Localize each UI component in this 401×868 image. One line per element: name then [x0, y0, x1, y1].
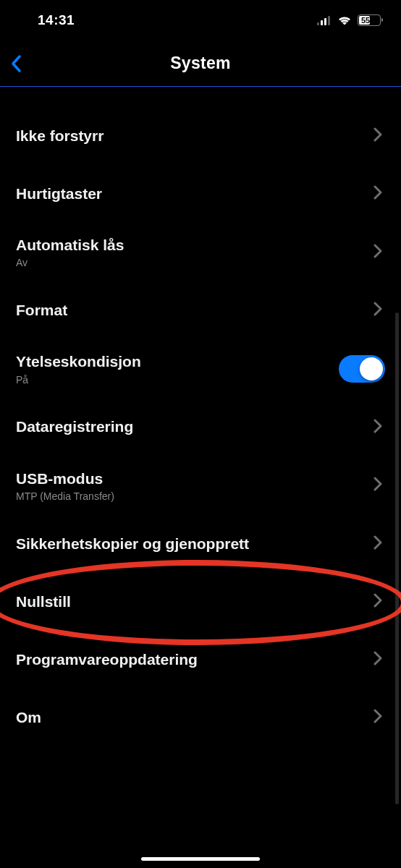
list-item-data-logging[interactable]: Dataregistrering [0, 399, 401, 456]
item-label: Sikkerhetskopier og gjenopprett [16, 535, 249, 553]
battery-icon: 55 [358, 14, 381, 26]
item-label: Om [16, 708, 41, 727]
svg-rect-0 [317, 22, 319, 25]
back-button[interactable] [10, 54, 22, 73]
status-bar: 14:31 55 [0, 0, 401, 41]
item-sublabel: MTP (Media Transfer) [16, 490, 114, 502]
bottom-bar [0, 836, 401, 868]
item-label: Format [16, 301, 67, 320]
chevron-right-icon [373, 127, 382, 145]
scrollbar[interactable] [395, 312, 399, 804]
svg-rect-1 [321, 20, 323, 25]
list-item-software-update[interactable]: Programvareoppdatering [0, 631, 401, 689]
settings-list: Ikke forstyrr Hurtigtaster Automatisk lå… [0, 87, 401, 746]
item-label: Programvareoppdatering [16, 650, 198, 669]
item-label: Ikke forstyrr [16, 127, 104, 145]
chevron-right-icon [373, 244, 382, 261]
list-item-format[interactable]: Format [0, 281, 401, 339]
item-label: Dataregistrering [16, 417, 133, 436]
home-indicator[interactable] [141, 857, 260, 861]
item-sublabel: Av [16, 257, 124, 268]
page-title: System [170, 54, 231, 73]
chevron-right-icon [373, 593, 382, 610]
page-header: System [0, 41, 401, 87]
performance-toggle[interactable] [339, 355, 385, 383]
battery-percent: 55 [361, 16, 370, 25]
chevron-right-icon [373, 535, 382, 553]
chevron-right-icon [373, 651, 382, 668]
list-item-shortcuts[interactable]: Hurtigtaster [0, 165, 401, 223]
list-item-auto-lock[interactable]: Automatisk lås Av [0, 223, 401, 281]
list-item-reset[interactable]: Nullstill [0, 573, 401, 631]
chevron-right-icon [373, 477, 382, 494]
status-time: 14:31 [38, 12, 75, 28]
list-item-usb-mode[interactable]: USB-modus MTP (Media Transfer) [0, 456, 401, 515]
list-item-backup-restore[interactable]: Sikkerhetskopier og gjenopprett [0, 515, 401, 573]
wifi-icon [337, 15, 352, 25]
svg-rect-3 [328, 16, 330, 25]
item-label: Nullstill [16, 592, 71, 611]
list-item-about[interactable]: Om [0, 689, 401, 746]
status-right: 55 [317, 14, 381, 26]
item-label: Automatisk lås [16, 236, 124, 255]
item-label: Ytelseskondisjon [16, 352, 141, 371]
chevron-right-icon [373, 302, 382, 319]
chevron-right-icon [373, 419, 382, 436]
svg-rect-2 [324, 18, 326, 25]
item-label: Hurtigtaster [16, 184, 102, 203]
chevron-right-icon [373, 709, 382, 726]
item-sublabel: På [16, 374, 141, 386]
list-item-performance-condition[interactable]: Ytelseskondisjon På [0, 339, 401, 398]
item-label: USB-modus [16, 469, 114, 488]
list-item-do-not-disturb[interactable]: Ikke forstyrr [0, 107, 401, 165]
chevron-right-icon [373, 185, 382, 203]
cellular-signal-icon [317, 16, 332, 25]
